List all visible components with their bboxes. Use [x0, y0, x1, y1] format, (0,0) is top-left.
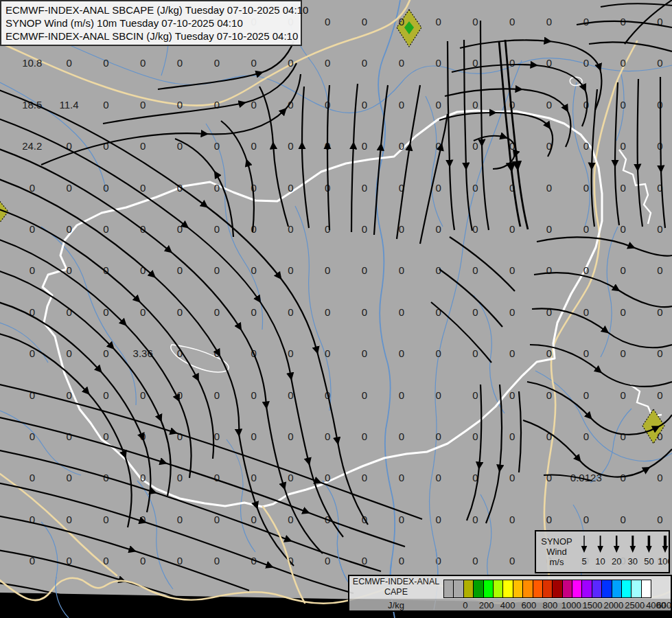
cape-color-cell — [562, 580, 572, 598]
cape-color-cell — [493, 580, 503, 598]
station-value: 0 — [140, 99, 146, 111]
station-value: 0 — [583, 389, 589, 401]
station-value: 0 — [66, 389, 71, 401]
station-value: 0 — [620, 347, 625, 359]
station-value: 0 — [103, 223, 108, 235]
station-value: 0 — [325, 306, 330, 318]
station-value: 0 — [362, 182, 367, 194]
station-value: 0 — [472, 140, 478, 152]
station-value: 0 — [362, 306, 367, 318]
station-value: 0 — [66, 223, 71, 235]
station-value: 0 — [546, 223, 552, 235]
station-value: 0 — [30, 431, 35, 442]
station-value: 0 — [325, 264, 330, 276]
station-value: 0 — [362, 16, 367, 27]
station-value: 0 — [509, 57, 515, 69]
station-value: 0 — [177, 472, 183, 483]
cape-color-cell — [552, 580, 562, 598]
station-value: 0 — [472, 555, 478, 566]
wind-speed-label: 100 — [658, 556, 669, 566]
wind-speed-label: 30 — [628, 556, 638, 566]
station-value: 0 — [657, 514, 662, 525]
station-value: 0 — [399, 306, 404, 318]
station-value: 0 — [399, 472, 404, 483]
station-value: 0 — [214, 431, 220, 442]
wind-arrow-head — [614, 546, 620, 553]
station-value: 0 — [30, 264, 35, 276]
station-value: 0 — [546, 306, 552, 318]
station-value: 0 — [103, 57, 108, 69]
station-value: 0 — [103, 99, 108, 111]
station-value: 0 — [140, 472, 146, 483]
wind-speed-label: 5 — [581, 556, 586, 566]
station-value: 0 — [325, 347, 330, 359]
station-value: 0 — [30, 472, 35, 483]
station-value: 0 — [362, 57, 367, 69]
station-value: 0 — [251, 264, 256, 276]
cape-color-cell — [621, 580, 632, 598]
station-value: 0 — [509, 514, 515, 525]
station-value: 10.8 — [22, 57, 42, 69]
station-value: 0 — [288, 140, 293, 152]
wind-arrow-head — [581, 546, 588, 553]
station-value: 0 — [140, 514, 146, 525]
title-line-wind: SYNOP Wind (m/s) 10m Tuesday 07-10-2025 … — [5, 16, 297, 30]
station-value: 0 — [362, 223, 367, 235]
station-value: 0 — [620, 472, 625, 483]
cape-color-cell — [522, 580, 533, 598]
station-labels: 0000000000000000000910.80000000000000000… — [0, 16, 663, 566]
station-value: 0 — [583, 140, 589, 152]
cape-tick-label: 800 — [542, 600, 557, 610]
station-value: 0 — [362, 264, 367, 276]
station-value: 0 — [435, 182, 441, 194]
cape-color-cell — [502, 580, 513, 598]
cape-color-cell — [601, 580, 612, 598]
country-borders-tan — [0, 0, 637, 604]
station-value: 0 — [657, 431, 662, 442]
station-value: 0 — [177, 223, 183, 235]
cape-tick-label: 1500 — [583, 600, 603, 610]
station-value: 0 — [509, 472, 515, 483]
station-value: 0 — [177, 264, 183, 276]
station-value: 0 — [546, 264, 552, 276]
station-value: 0 — [288, 431, 293, 442]
station-value: 0 — [399, 140, 404, 152]
station-value: 0 — [509, 16, 515, 27]
station-value: 0 — [66, 347, 71, 359]
station-value: 0 — [546, 16, 552, 27]
station-value: 0 — [620, 389, 625, 401]
station-value: 0 — [251, 514, 256, 525]
synop-wind-legend: SYNOP Wind m/s 510203050100 — [535, 530, 670, 573]
cape-color-cell — [533, 580, 543, 598]
cape-color-cell — [513, 580, 523, 598]
streamlines — [0, 0, 672, 611]
title-line-sbcape: ECMWF-INDEX-ANAL SBCAPE (J/kg) Tuesday 0… — [5, 3, 297, 16]
station-value: 0 — [103, 347, 108, 359]
rivers — [0, 0, 672, 618]
station-value: 0 — [472, 264, 478, 276]
station-value: 0 — [435, 223, 441, 235]
station-value: 0 — [399, 555, 404, 566]
station-value: 0 — [620, 264, 625, 276]
cape-tick-label: 6000 — [657, 600, 672, 610]
station-value: 0 — [177, 514, 183, 525]
station-value: 0 — [620, 514, 625, 525]
cape-color-cells — [444, 580, 651, 598]
station-value: 0 — [214, 389, 220, 401]
cape-tick-label: 1000 — [561, 600, 581, 610]
station-value: 0 — [435, 16, 441, 27]
station-value: 0 — [399, 347, 404, 359]
cape-color-cell — [631, 580, 641, 598]
station-value: 0 — [583, 264, 589, 276]
station-value: 0 — [472, 389, 478, 401]
station-value: 0 — [214, 555, 220, 566]
station-value: 0 — [177, 306, 183, 318]
station-value: 0 — [472, 99, 478, 111]
station-value: 0 — [509, 389, 515, 401]
station-value: 0 — [435, 347, 441, 359]
wind-label: Wind — [546, 547, 567, 557]
station-value: 0 — [583, 223, 589, 235]
station-value: 0 — [140, 182, 146, 194]
cape-tick-label: 2000 — [603, 600, 623, 610]
station-value: 0 — [251, 140, 256, 152]
